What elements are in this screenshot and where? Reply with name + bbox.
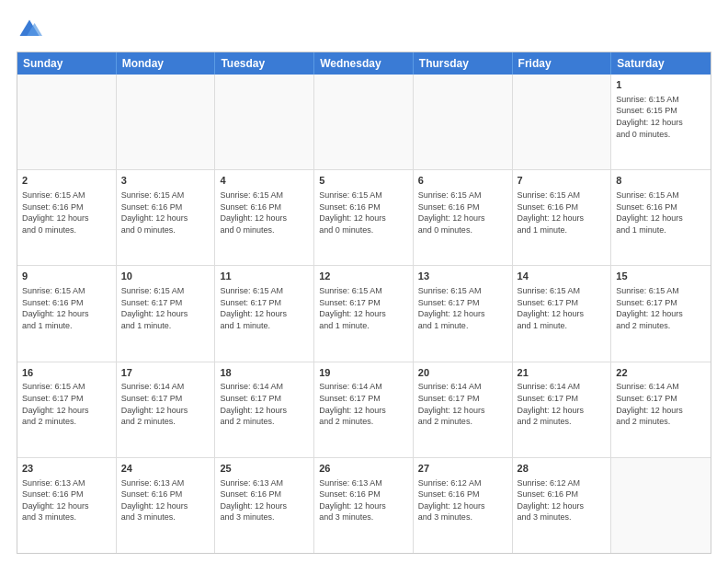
- day-number: 28: [518, 462, 607, 476]
- day-number: 5: [319, 174, 408, 188]
- calendar-body: 1Sunrise: 6:15 AM Sunset: 6:15 PM Daylig…: [17, 75, 711, 553]
- day-number: 26: [319, 462, 408, 476]
- cal-cell: 20Sunrise: 6:14 AM Sunset: 6:17 PM Dayli…: [414, 362, 513, 457]
- day-number: 24: [121, 462, 210, 476]
- cal-row-1: 2Sunrise: 6:15 AM Sunset: 6:16 PM Daylig…: [17, 169, 711, 265]
- cal-cell: 18Sunrise: 6:14 AM Sunset: 6:17 PM Dayli…: [215, 362, 314, 457]
- cal-cell: 16Sunrise: 6:15 AM Sunset: 6:17 PM Dayli…: [17, 362, 117, 457]
- cal-cell: [117, 75, 216, 169]
- cal-cell: 4Sunrise: 6:15 AM Sunset: 6:16 PM Daylig…: [215, 170, 314, 265]
- weekday-header-sunday: Sunday: [17, 52, 117, 75]
- cell-info: Sunrise: 6:15 AM Sunset: 6:17 PM Dayligh…: [418, 285, 507, 331]
- day-number: 18: [220, 366, 309, 380]
- header: [17, 17, 711, 42]
- cell-info: Sunrise: 6:14 AM Sunset: 6:17 PM Dayligh…: [418, 381, 507, 427]
- day-number: 6: [418, 174, 507, 188]
- cal-cell: [215, 75, 314, 169]
- cell-info: Sunrise: 6:15 AM Sunset: 6:16 PM Dayligh…: [518, 190, 607, 236]
- cal-cell: 10Sunrise: 6:15 AM Sunset: 6:17 PM Dayli…: [117, 266, 216, 361]
- cal-cell: 13Sunrise: 6:15 AM Sunset: 6:17 PM Dayli…: [414, 266, 513, 361]
- cal-cell: [414, 75, 513, 169]
- day-number: 16: [22, 366, 111, 380]
- cell-info: Sunrise: 6:13 AM Sunset: 6:16 PM Dayligh…: [22, 477, 111, 523]
- day-number: 14: [518, 270, 607, 283]
- cell-info: Sunrise: 6:15 AM Sunset: 6:16 PM Dayligh…: [22, 190, 111, 236]
- cal-cell: [17, 75, 117, 169]
- cal-row-4: 23Sunrise: 6:13 AM Sunset: 6:16 PM Dayli…: [17, 457, 711, 553]
- weekday-header-wednesday: Wednesday: [314, 52, 414, 75]
- cal-cell: 22Sunrise: 6:14 AM Sunset: 6:17 PM Dayli…: [611, 362, 711, 457]
- logo-icon: [17, 17, 42, 42]
- cell-info: Sunrise: 6:15 AM Sunset: 6:16 PM Dayligh…: [220, 190, 309, 236]
- cell-info: Sunrise: 6:15 AM Sunset: 6:17 PM Dayligh…: [616, 285, 706, 331]
- cal-cell: 9Sunrise: 6:15 AM Sunset: 6:16 PM Daylig…: [17, 266, 117, 361]
- cell-info: Sunrise: 6:14 AM Sunset: 6:17 PM Dayligh…: [518, 381, 607, 427]
- day-number: 21: [518, 366, 607, 380]
- cell-info: Sunrise: 6:15 AM Sunset: 6:17 PM Dayligh…: [121, 285, 210, 331]
- day-number: 10: [121, 270, 210, 283]
- cal-cell: 15Sunrise: 6:15 AM Sunset: 6:17 PM Dayli…: [611, 266, 711, 361]
- page: SundayMondayTuesdayWednesdayThursdayFrid…: [0, 0, 728, 563]
- day-number: 8: [616, 174, 706, 188]
- cal-cell: 3Sunrise: 6:15 AM Sunset: 6:16 PM Daylig…: [117, 170, 216, 265]
- cell-info: Sunrise: 6:14 AM Sunset: 6:17 PM Dayligh…: [319, 381, 408, 427]
- day-number: 22: [616, 366, 706, 380]
- day-number: 1: [616, 78, 706, 92]
- day-number: 3: [121, 174, 210, 188]
- cal-cell: 19Sunrise: 6:14 AM Sunset: 6:17 PM Dayli…: [314, 362, 414, 457]
- cal-cell: [513, 75, 612, 169]
- cal-cell: 7Sunrise: 6:15 AM Sunset: 6:16 PM Daylig…: [513, 170, 612, 265]
- cal-cell: [611, 458, 711, 553]
- cal-cell: 17Sunrise: 6:14 AM Sunset: 6:17 PM Dayli…: [117, 362, 216, 457]
- day-number: 4: [220, 174, 309, 188]
- day-number: 9: [22, 270, 111, 283]
- cal-cell: 26Sunrise: 6:13 AM Sunset: 6:16 PM Dayli…: [314, 458, 414, 553]
- day-number: 11: [220, 270, 309, 283]
- cell-info: Sunrise: 6:15 AM Sunset: 6:16 PM Dayligh…: [418, 190, 507, 236]
- weekday-header-monday: Monday: [117, 52, 216, 75]
- day-number: 2: [22, 174, 111, 188]
- cal-cell: 24Sunrise: 6:13 AM Sunset: 6:16 PM Dayli…: [117, 458, 216, 553]
- cell-info: Sunrise: 6:15 AM Sunset: 6:17 PM Dayligh…: [518, 285, 607, 331]
- day-number: 7: [518, 174, 607, 188]
- weekday-header-tuesday: Tuesday: [215, 52, 314, 75]
- cal-row-0: 1Sunrise: 6:15 AM Sunset: 6:15 PM Daylig…: [17, 75, 711, 169]
- cal-cell: 12Sunrise: 6:15 AM Sunset: 6:17 PM Dayli…: [314, 266, 414, 361]
- cal-cell: 2Sunrise: 6:15 AM Sunset: 6:16 PM Daylig…: [17, 170, 117, 265]
- cell-info: Sunrise: 6:15 AM Sunset: 6:16 PM Dayligh…: [22, 285, 111, 331]
- day-number: 12: [319, 270, 408, 283]
- cell-info: Sunrise: 6:15 AM Sunset: 6:17 PM Dayligh…: [319, 285, 408, 331]
- cal-cell: 6Sunrise: 6:15 AM Sunset: 6:16 PM Daylig…: [414, 170, 513, 265]
- cell-info: Sunrise: 6:14 AM Sunset: 6:17 PM Dayligh…: [121, 381, 210, 427]
- cal-cell: 11Sunrise: 6:15 AM Sunset: 6:17 PM Dayli…: [215, 266, 314, 361]
- cell-info: Sunrise: 6:12 AM Sunset: 6:16 PM Dayligh…: [518, 477, 607, 523]
- cal-cell: 5Sunrise: 6:15 AM Sunset: 6:16 PM Daylig…: [314, 170, 414, 265]
- cell-info: Sunrise: 6:15 AM Sunset: 6:17 PM Dayligh…: [220, 285, 309, 331]
- cal-cell: 1Sunrise: 6:15 AM Sunset: 6:15 PM Daylig…: [611, 75, 711, 169]
- cell-info: Sunrise: 6:15 AM Sunset: 6:17 PM Dayligh…: [22, 381, 111, 427]
- day-number: 27: [418, 462, 507, 476]
- cal-cell: 28Sunrise: 6:12 AM Sunset: 6:16 PM Dayli…: [513, 458, 612, 553]
- cell-info: Sunrise: 6:15 AM Sunset: 6:16 PM Dayligh…: [121, 190, 210, 236]
- day-number: 20: [418, 366, 507, 380]
- weekday-header-saturday: Saturday: [611, 52, 711, 75]
- day-number: 19: [319, 366, 408, 380]
- cal-row-3: 16Sunrise: 6:15 AM Sunset: 6:17 PM Dayli…: [17, 362, 711, 457]
- cal-cell: 23Sunrise: 6:13 AM Sunset: 6:16 PM Dayli…: [17, 458, 117, 553]
- cal-row-2: 9Sunrise: 6:15 AM Sunset: 6:16 PM Daylig…: [17, 265, 711, 361]
- cell-info: Sunrise: 6:14 AM Sunset: 6:17 PM Dayligh…: [220, 381, 309, 427]
- cal-cell: 25Sunrise: 6:13 AM Sunset: 6:16 PM Dayli…: [215, 458, 314, 553]
- cal-cell: 21Sunrise: 6:14 AM Sunset: 6:17 PM Dayli…: [513, 362, 612, 457]
- cal-cell: 27Sunrise: 6:12 AM Sunset: 6:16 PM Dayli…: [414, 458, 513, 553]
- logo: [17, 17, 46, 42]
- weekday-header-thursday: Thursday: [414, 52, 513, 75]
- cell-info: Sunrise: 6:15 AM Sunset: 6:16 PM Dayligh…: [616, 190, 706, 236]
- cal-cell: 8Sunrise: 6:15 AM Sunset: 6:16 PM Daylig…: [611, 170, 711, 265]
- cell-info: Sunrise: 6:15 AM Sunset: 6:16 PM Dayligh…: [319, 190, 408, 236]
- cell-info: Sunrise: 6:13 AM Sunset: 6:16 PM Dayligh…: [121, 477, 210, 523]
- day-number: 17: [121, 366, 210, 380]
- cell-info: Sunrise: 6:13 AM Sunset: 6:16 PM Dayligh…: [220, 477, 309, 523]
- day-number: 13: [418, 270, 507, 283]
- cell-info: Sunrise: 6:13 AM Sunset: 6:16 PM Dayligh…: [319, 477, 408, 523]
- cal-cell: [314, 75, 414, 169]
